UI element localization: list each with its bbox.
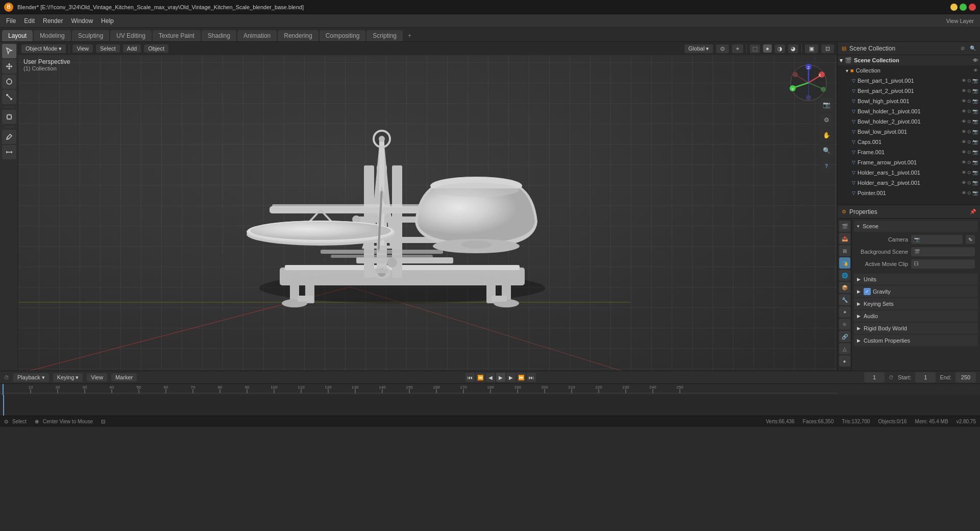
units-section-header[interactable]: ▶ Units <box>854 274 978 285</box>
outliner-row-7[interactable]: ▽ Frame.001 👁 ⊙ 📷 <box>838 147 980 157</box>
proportional-edit[interactable]: ⊙ <box>716 44 729 53</box>
obj-sel-10[interactable]: ⊙ <box>967 180 971 185</box>
prop-tab-output[interactable]: 📤 <box>839 233 850 244</box>
object-menu[interactable]: Object <box>144 44 168 53</box>
keying-section-header[interactable]: ▶ Keying Sets <box>854 298 978 309</box>
view-properties-btn[interactable]: ? <box>820 159 833 173</box>
annotate-tool[interactable] <box>2 130 16 144</box>
end-frame-input[interactable]: 250 <box>955 372 976 382</box>
view-menu[interactable]: View <box>72 44 93 53</box>
play-btn[interactable]: ▶ <box>496 373 505 382</box>
outliner-row-9[interactable]: ▽ Holder_ears_1_pivot.001 👁 ⊙ 📷 <box>838 167 980 178</box>
wireframe-shading[interactable]: ⬚ <box>750 44 760 53</box>
move-tool[interactable] <box>2 59 16 74</box>
obj-sel-9[interactable]: ⊙ <box>967 170 971 175</box>
collection-row[interactable]: ▾ ■ Collection 👁 <box>838 65 980 76</box>
jump-start-btn[interactable]: ⏮ <box>465 373 475 382</box>
solid-shading[interactable]: ● <box>763 44 772 53</box>
tab-rendering[interactable]: Rendering <box>278 30 318 41</box>
zoom-in-btn[interactable]: 🔍 <box>820 144 833 157</box>
audio-section-header[interactable]: ▶ Audio <box>854 310 978 322</box>
outliner-row-8[interactable]: ▽ Frame_arrow_pivot.001 👁 ⊙ 📷 <box>838 157 980 167</box>
prop-tab-world[interactable]: 🌐 <box>839 270 850 281</box>
collection-visibility-icon[interactable]: 👁 <box>973 68 978 73</box>
prop-tab-data[interactable]: △ <box>839 343 850 354</box>
obj-sel-1[interactable]: ⊙ <box>967 88 971 93</box>
menu-render[interactable]: Render <box>39 16 67 26</box>
obj-vis-3[interactable]: 👁 <box>962 109 966 114</box>
playback-dropdown[interactable]: Playback ▾ <box>13 373 49 382</box>
viewport[interactable]: Object Mode ▾ View Select Add Object Glo… <box>18 42 837 371</box>
camera-value[interactable]: 📷 <box>911 235 963 244</box>
timeline-track[interactable]: 1 10 20 30 40 50 60 70 80 90 100 110 120 <box>0 384 980 416</box>
obj-sel-3[interactable]: ⊙ <box>967 109 971 114</box>
rotate-tool[interactable] <box>2 75 16 89</box>
tab-compositing[interactable]: Compositing <box>320 30 366 41</box>
obj-sel-2[interactable]: ⊙ <box>967 99 971 104</box>
tab-texture-paint[interactable]: Texture Paint <box>153 30 201 41</box>
outliner-row-6[interactable]: ▽ Caps.001 👁 ⊙ 📷 <box>838 137 980 147</box>
outliner-row-10[interactable]: ▽ Holder_ears_2_pivot.001 👁 ⊙ 📷 <box>838 178 980 188</box>
props-pin-icon[interactable]: 📌 <box>970 209 976 214</box>
transform-tool[interactable] <box>2 110 16 124</box>
obj-ren-6[interactable]: 📷 <box>972 139 978 144</box>
menu-edit[interactable]: Edit <box>20 16 39 26</box>
camera-settings-btn[interactable]: ⚙ <box>820 113 833 127</box>
outliner-row-2[interactable]: ▽ Bowl_high_pivot.001 👁 ⊙ 📷 <box>838 96 980 106</box>
bg-scene-value[interactable]: 🎬 <box>911 247 975 256</box>
obj-vis-9[interactable]: 👁 <box>962 170 966 175</box>
obj-vis-10[interactable]: 👁 <box>962 180 966 185</box>
obj-vis-1[interactable]: 👁 <box>962 88 966 93</box>
select-menu[interactable]: Select <box>96 44 120 53</box>
start-frame-input[interactable]: 1 <box>915 372 936 382</box>
obj-ren-10[interactable]: 📷 <box>972 180 978 185</box>
obj-ren-5[interactable]: 📷 <box>972 129 978 134</box>
step-forward-btn[interactable]: ▶ <box>506 373 516 382</box>
tab-layout[interactable]: Layout <box>2 30 33 41</box>
xray-toggle[interactable]: ⊡ <box>821 44 834 53</box>
scale-tool[interactable] <box>2 90 16 104</box>
obj-ren-7[interactable]: 📷 <box>972 150 978 155</box>
current-frame-input[interactable]: 1 <box>864 372 885 382</box>
object-mode-dropdown[interactable]: Object Mode ▾ <box>21 44 66 53</box>
close-button[interactable] <box>969 4 976 11</box>
hand-tool-btn[interactable]: ✋ <box>820 129 833 142</box>
minimize-button[interactable] <box>950 4 958 11</box>
movie-clip-value[interactable]: 🎞 <box>911 259 975 269</box>
tab-animation[interactable]: Animation <box>237 30 277 41</box>
prop-tab-viewlayer[interactable]: ⊞ <box>839 245 850 256</box>
obj-ren-3[interactable]: 📷 <box>972 109 978 114</box>
tab-scripting[interactable]: Scripting <box>366 30 403 41</box>
outliner-search-icon[interactable]: 🔍 <box>970 45 976 51</box>
gravity-section-header[interactable]: ▶ ✓ Gravity <box>854 286 978 297</box>
prop-tab-particles[interactable]: ✦ <box>839 306 850 318</box>
maximize-button[interactable] <box>960 4 967 11</box>
menu-window[interactable]: Window <box>67 16 97 26</box>
tab-sculpting[interactable]: Sculpting <box>72 30 109 41</box>
gravity-checkbox[interactable]: ✓ <box>864 288 871 295</box>
prop-tab-constraints[interactable]: 🔗 <box>839 331 850 342</box>
outliner-row-3[interactable]: ▽ Bowl_holder_1_pivot.001 👁 ⊙ 📷 <box>838 106 980 116</box>
obj-vis-11[interactable]: 👁 <box>962 190 966 196</box>
outliner-row-5[interactable]: ▽ Bowl_low_pivot.001 👁 ⊙ 📷 <box>838 127 980 137</box>
tab-modeling[interactable]: Modeling <box>34 30 71 41</box>
obj-vis-7[interactable]: 👁 <box>962 150 966 155</box>
obj-sel-0[interactable]: ⊙ <box>967 78 971 83</box>
obj-vis-8[interactable]: 👁 <box>962 160 966 165</box>
view-dropdown[interactable]: View <box>87 373 107 381</box>
tab-uv-editing[interactable]: UV Editing <box>110 30 152 41</box>
prop-tab-object[interactable]: 📦 <box>839 282 850 293</box>
sc-visibility[interactable]: 👁 <box>973 58 978 63</box>
menu-file[interactable]: File <box>2 16 20 26</box>
outliner-filter-icon[interactable]: ⊘ <box>961 45 965 51</box>
measure-tool[interactable] <box>2 145 16 159</box>
scene-collection-row[interactable]: ▾ 🎬 Scene Collection 👁 <box>838 55 980 65</box>
camera-edit-btn[interactable]: ✎ <box>966 235 975 244</box>
obj-sel-4[interactable]: ⊙ <box>967 119 971 124</box>
step-back-btn[interactable]: ◀ <box>486 373 495 382</box>
next-keyframe-btn[interactable]: ⏩ <box>517 373 526 382</box>
menu-help[interactable]: Help <box>97 16 118 26</box>
rigid-body-section-header[interactable]: ▶ Rigid Body World <box>854 323 978 334</box>
obj-vis-6[interactable]: 👁 <box>962 139 966 144</box>
overlay-toggle[interactable]: ▣ <box>805 44 818 53</box>
